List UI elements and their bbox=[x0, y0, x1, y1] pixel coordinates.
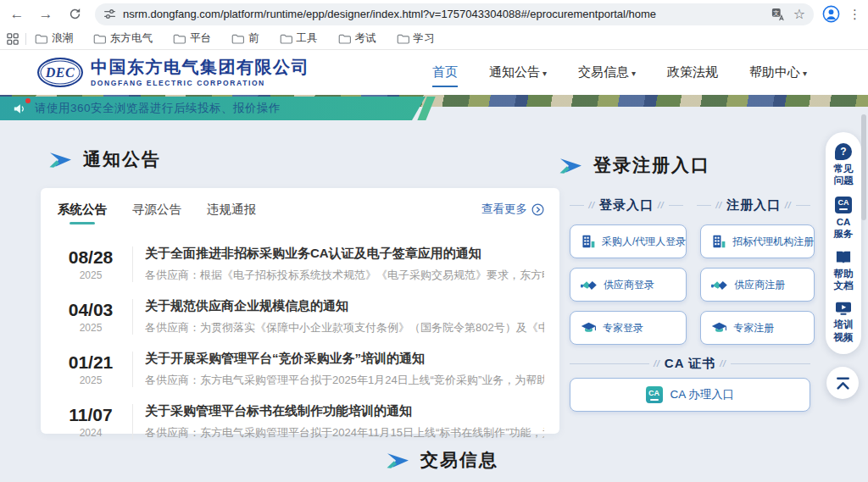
tab-system-notices[interactable]: 系统公告 bbox=[58, 202, 107, 218]
login-section-title: 登录注册入口 bbox=[593, 153, 710, 177]
bookmark-folder[interactable]: 考试 bbox=[338, 31, 376, 46]
register-subheader: // 注册入口 // bbox=[697, 197, 810, 213]
book-icon bbox=[835, 250, 852, 265]
scrollbar-thumb[interactable] bbox=[861, 114, 866, 220]
ca-cert-label: CA 证书 bbox=[665, 356, 715, 372]
bookmark-folder[interactable]: 平台 bbox=[173, 31, 211, 46]
notice-title[interactable]: 关于开展采购管理平台“竞价采购业务”培训的通知 bbox=[145, 351, 544, 367]
notice-row[interactable]: 11/07 2024 关于采购管理平台标书在线制作功能培训的通知 各供应商：东方… bbox=[58, 396, 544, 448]
ca-button-label: CA 办理入口 bbox=[670, 387, 735, 402]
notice-date: 08/28 bbox=[58, 247, 124, 267]
notice-row[interactable]: 01/21 2025 关于开展采购管理平台“竞价采购业务”培训的通知 各供应商：… bbox=[58, 343, 544, 396]
button-label: 专家注册 bbox=[733, 321, 774, 335]
notice-divider bbox=[132, 247, 133, 282]
bookmark-folder[interactable]: 浪潮 bbox=[35, 31, 73, 46]
bookmark-folder[interactable]: 学习 bbox=[397, 31, 435, 46]
see-more-link[interactable]: 查看更多 bbox=[481, 202, 544, 217]
back-to-top-button[interactable] bbox=[826, 367, 859, 399]
sidebar-item-training-videos[interactable]: 培训视频 bbox=[834, 301, 854, 343]
graduation-cap-icon bbox=[581, 321, 597, 335]
notice-divider bbox=[132, 352, 133, 387]
bookmarks-separator bbox=[25, 33, 26, 45]
video-icon bbox=[835, 301, 852, 316]
circle-arrow-icon bbox=[531, 203, 544, 216]
floating-sidebar: ? 常见问题 CA CA服务 帮助文档 培训视频 bbox=[826, 132, 861, 354]
reload-glyph bbox=[69, 8, 81, 20]
tune-icon[interactable] bbox=[103, 8, 116, 20]
ca-badge-text: CA bbox=[838, 199, 849, 207]
folder-icon bbox=[280, 34, 292, 44]
notice-card: 系统公告 寻源公告 违规通报 查看更多 08/28 2025 关于全面推进非招标… bbox=[41, 188, 559, 434]
nav-trade-info[interactable]: 交易信息 bbox=[578, 64, 636, 80]
notice-title[interactable]: 关于采购管理平台标书在线制作功能培训的通知 bbox=[145, 403, 544, 419]
sidebar-label: 培训 bbox=[834, 319, 854, 330]
bookmark-folder[interactable]: 东方电气 bbox=[93, 31, 153, 46]
notice-date-block: 11/07 2024 bbox=[58, 405, 124, 438]
bookmark-label: 考试 bbox=[355, 31, 376, 46]
button-label: 招标代理机构注册 bbox=[732, 235, 814, 249]
notice-year: 2024 bbox=[58, 427, 124, 439]
ca-cert-subheader: // CA 证书 // bbox=[570, 356, 810, 372]
ca-badge-icon: CA bbox=[835, 197, 852, 213]
sidebar-item-ca-service[interactable]: CA CA服务 bbox=[834, 197, 854, 241]
reload-icon[interactable] bbox=[63, 3, 86, 26]
notice-title[interactable]: 关于规范供应商企业规模信息的通知 bbox=[145, 298, 544, 314]
nav-help-center[interactable]: 帮助中心 bbox=[749, 64, 807, 80]
login-subheader: // 登录入口 // bbox=[570, 197, 683, 213]
bookmark-folder[interactable]: 前 bbox=[231, 31, 259, 46]
section-arrow-icon bbox=[387, 452, 409, 469]
notice-title[interactable]: 关于全面推进非招标采购业务CA认证及电子签章应用的通知 bbox=[145, 246, 544, 262]
sidebar-label: 常见 bbox=[834, 163, 854, 174]
profile-icon[interactable] bbox=[822, 5, 840, 23]
menu-dots-icon[interactable]: ⋮ bbox=[849, 7, 861, 22]
folder-icon bbox=[397, 34, 409, 44]
section-arrow-icon bbox=[49, 151, 72, 169]
tab-violation-reports[interactable]: 违规通报 bbox=[207, 202, 256, 218]
company-name-cn: 中国东方电气集团有限公司 bbox=[91, 58, 309, 77]
nav-home[interactable]: 首页 bbox=[432, 64, 458, 80]
supplier-register-button[interactable]: 供应商注册 bbox=[700, 268, 815, 302]
question-mark: ? bbox=[840, 146, 846, 158]
expert-login-button[interactable]: 专家登录 bbox=[570, 311, 687, 345]
bookmarks-bar: 浪潮 东方电气 平台 前 工具 考试 学习 bbox=[0, 28, 868, 50]
supplier-login-button[interactable]: 供应商登录 bbox=[570, 268, 687, 302]
sidebar-item-help-docs[interactable]: 帮助文档 bbox=[834, 250, 854, 292]
notice-date: 11/07 bbox=[58, 405, 124, 424]
notice-year: 2025 bbox=[58, 322, 124, 334]
back-icon[interactable]: ← bbox=[5, 3, 29, 26]
sidebar-label: 文档 bbox=[834, 280, 854, 291]
apps-grid-icon[interactable] bbox=[7, 33, 19, 45]
sidebar-label: 帮助 bbox=[834, 269, 854, 279]
notice-desc: 各供应商：为贯彻落实《保障中小企业款项支付条例》（国务院令第802号）及《中小企… bbox=[145, 320, 544, 335]
notice-row[interactable]: 08/28 2025 关于全面推进非招标采购业务CA认证及电子签章应用的通知 各… bbox=[58, 238, 544, 291]
expert-register-button[interactable]: 专家注册 bbox=[700, 311, 815, 345]
sidebar-label: 视频 bbox=[834, 332, 854, 342]
tab-sourcing-notices[interactable]: 寻源公告 bbox=[132, 202, 181, 218]
notice-section-heading: 通知公告 bbox=[49, 147, 161, 171]
forward-icon[interactable]: → bbox=[34, 3, 58, 26]
notice-year: 2025 bbox=[58, 374, 124, 386]
notice-tabs: 系统公告 寻源公告 违规通报 查看更多 bbox=[41, 188, 559, 226]
sidebar-label: 问题 bbox=[834, 175, 854, 186]
url-text[interactable]: nsrm.dongfang.com/platform/runtime/epp/d… bbox=[123, 8, 765, 20]
nav-policies[interactable]: 政策法规 bbox=[667, 64, 718, 80]
ca-entry-button[interactable]: CA CA 办理入口 bbox=[570, 378, 810, 412]
sidebar-item-faq[interactable]: ? 常见问题 bbox=[834, 143, 854, 187]
bookmark-star-icon[interactable]: ☆ bbox=[793, 8, 805, 21]
folder-icon bbox=[231, 34, 244, 44]
notice-row[interactable]: 04/03 2025 关于规范供应商企业规模信息的通知 各供应商：为贯彻落实《保… bbox=[58, 291, 544, 343]
section-arrow-icon bbox=[559, 157, 582, 175]
building-icon bbox=[581, 234, 596, 249]
notice-divider bbox=[132, 299, 133, 335]
company-logo[interactable]: DEC 中国东方电气集团有限公司 DONGFANG ELECTRIC CORPO… bbox=[37, 58, 309, 87]
bookmark-folder[interactable]: 工具 bbox=[280, 31, 318, 46]
translate-icon[interactable]: 文 bbox=[771, 8, 785, 21]
screen: ← → nsrm.dongfang.com/platform/runtime/e… bbox=[0, 0, 868, 482]
browser-notice-ribbon: 请使用360安全浏览器进行后续投标、报价操作 bbox=[0, 97, 426, 120]
agency-register-button[interactable]: 招标代理机构注册 bbox=[700, 224, 815, 258]
back-to-top-icon bbox=[836, 377, 850, 390]
nav-notices[interactable]: 通知公告 bbox=[489, 64, 547, 80]
ribbon-text: 请使用360安全浏览器进行后续投标、报价操作 bbox=[35, 101, 281, 116]
address-bar[interactable]: nsrm.dongfang.com/platform/runtime/epp/d… bbox=[95, 3, 814, 25]
purchaser-login-button[interactable]: 采购人/代理人登录 bbox=[570, 224, 687, 258]
